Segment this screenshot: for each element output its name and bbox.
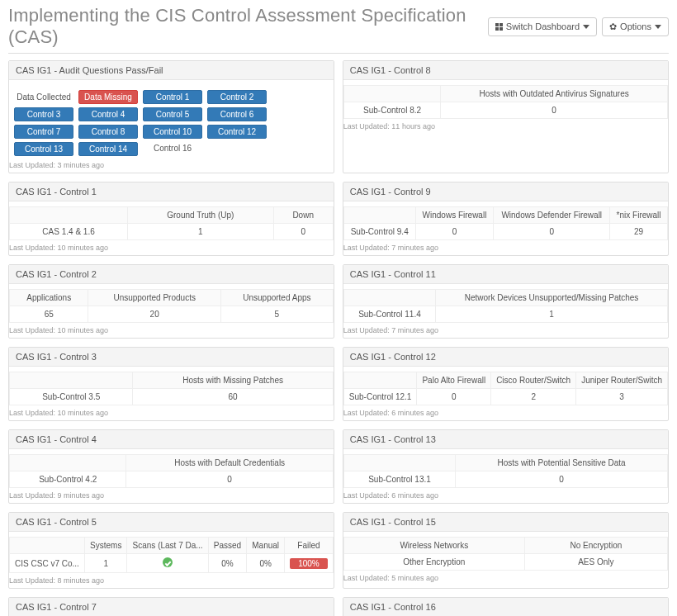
table-row: Other EncryptionAES Only xyxy=(343,554,667,571)
data-table: Palo Alto FirewallCisco Router/SwitchJun… xyxy=(343,372,668,405)
chip[interactable]: Control 10 xyxy=(143,125,202,139)
chip[interactable]: Control 12 xyxy=(207,125,267,139)
data-cell: 0 xyxy=(494,224,610,240)
panel-footer: Last Updated: 11 hours ago xyxy=(343,119,668,134)
dashboard-grid-icon xyxy=(495,23,503,31)
chip[interactable]: Control 14 xyxy=(78,142,138,156)
column-header: Windows Defender Firewall xyxy=(494,207,610,224)
dashboard-grid: CAS IG1 - Audit Questions Pass/FailData … xyxy=(8,60,669,616)
data-cell: 2 xyxy=(491,389,576,405)
chip[interactable]: Control 8 xyxy=(78,125,138,139)
chip[interactable]: Control 3 xyxy=(14,107,73,121)
panel-body: ApplicationsUnsupported ProductsUnsuppor… xyxy=(9,284,334,323)
data-table: SystemsScans (Last 7 Da...PassedManualFa… xyxy=(9,537,334,573)
data-cell: 65 xyxy=(10,306,88,323)
panel-c9: CAS IG1 - Control 9Windows FirewallWindo… xyxy=(343,182,669,256)
column-header: Ground Truth (Up) xyxy=(128,207,273,224)
panel-footer: Last Updated: 7 minutes ago xyxy=(343,323,668,338)
column-header xyxy=(343,86,440,102)
panel-header: CAS IG1 - Control 5 xyxy=(9,513,334,532)
data-cell: 0 xyxy=(456,471,668,488)
data-cell: 0 xyxy=(273,224,333,240)
panel-body: SystemsScans (Last 7 Da...PassedManualFa… xyxy=(9,532,334,573)
panel-header: CAS IG1 - Control 3 xyxy=(9,348,334,367)
chevron-down-icon xyxy=(655,25,661,29)
data-table: Hosts with Missing PatchesSub-Control 3.… xyxy=(9,372,334,405)
panel-footer: Last Updated: 10 minutes ago xyxy=(9,405,334,420)
panel-c5: CAS IG1 - Control 5SystemsScans (Last 7 … xyxy=(8,512,334,589)
column-header xyxy=(343,372,417,389)
chip[interactable]: Control 1 xyxy=(143,90,202,104)
panel-header: CAS IG1 - Control 7 xyxy=(9,598,334,616)
panel-header: CAS IG1 - Control 9 xyxy=(343,182,668,201)
data-cell: 3 xyxy=(576,389,668,405)
page-title: Implementing the CIS Control Assessment … xyxy=(8,5,488,48)
switch-dashboard-button[interactable]: Switch Dashboard xyxy=(488,17,597,36)
table-row: Sub-Control 13.10 xyxy=(343,471,667,488)
data-table: Hosts with Default CredentialsSub-Contro… xyxy=(9,454,334,488)
data-cell: 0 xyxy=(441,102,668,119)
column-header: Systems xyxy=(85,538,127,554)
panel-c2: CAS IG1 - Control 2ApplicationsUnsupport… xyxy=(8,264,334,339)
panel-header: CAS IG1 - Control 12 xyxy=(343,348,668,367)
panel-c11: CAS IG1 - Control 11Network Devices Unsu… xyxy=(343,264,669,339)
chip[interactable]: Control 4 xyxy=(78,107,138,121)
failed-pill: 100% xyxy=(290,558,328,569)
panel-header: CAS IG1 - Control 8 xyxy=(343,61,668,80)
chip[interactable]: Control 2 xyxy=(207,90,267,104)
panel-header: CAS IG1 - Control 11 xyxy=(343,265,668,284)
data-cell: 0 xyxy=(126,471,333,488)
column-header: Failed xyxy=(285,538,334,554)
panel-footer: Last Updated: 10 minutes ago xyxy=(9,240,334,255)
panel-footer: Last Updated: 6 minutes ago xyxy=(343,488,668,503)
column-header xyxy=(343,290,435,306)
data-table: Hosts with Outdated Antivirus Signatures… xyxy=(343,85,668,119)
data-table: Ground Truth (Up)DownCAS 1.4 & 1.610 xyxy=(9,206,334,240)
chip[interactable]: Control 5 xyxy=(143,107,202,121)
panel-footer: Last Updated: 8 minutes ago xyxy=(9,573,334,588)
chip[interactable]: Control 7 xyxy=(14,125,73,139)
panel-c3: CAS IG1 - Control 3Hosts with Missing Pa… xyxy=(8,347,334,421)
panel-header: CAS IG1 - Control 2 xyxy=(9,265,334,284)
options-button[interactable]: ✿ Options xyxy=(602,17,669,36)
panel-c4: CAS IG1 - Control 4Hosts with Default Cr… xyxy=(8,429,334,504)
column-header: Wireless Networks xyxy=(343,538,524,554)
data-cell: 60 xyxy=(133,389,333,405)
panel-header: CAS IG1 - Control 15 xyxy=(343,513,668,532)
panel-body: Hosts with Default CredentialsSub-Contro… xyxy=(9,449,334,488)
panel-c1: CAS IG1 - Control 1Ground Truth (Up)Down… xyxy=(8,182,334,256)
chip[interactable]: Data Missing xyxy=(78,90,138,104)
switch-dashboard-label: Switch Dashboard xyxy=(506,21,580,31)
column-header xyxy=(343,455,455,471)
chip: Data Collected xyxy=(14,90,73,104)
column-header: Hosts with Potential Sensitive Data xyxy=(456,455,668,471)
panel-footer: Last Updated: 9 minutes ago xyxy=(9,488,334,503)
panel-header: CAS IG1 - Audit Questions Pass/Fail xyxy=(9,61,334,80)
row-header-cell: Sub-Control 8.2 xyxy=(343,102,440,119)
column-header xyxy=(10,455,126,471)
data-cell: 1 xyxy=(436,306,668,323)
chip[interactable]: Control 6 xyxy=(207,107,267,121)
row-header-cell: Sub-Control 4.2 xyxy=(10,471,126,488)
panel-footer: Last Updated: 7 minutes ago xyxy=(343,240,668,255)
data-cell: Other Encryption xyxy=(343,554,524,571)
table-row: 65205 xyxy=(10,306,334,323)
table-row: CAS 1.4 & 1.610 xyxy=(10,224,334,240)
table-row: CIS CSC v7 Co...10%0%100% xyxy=(10,554,334,573)
gear-icon: ✿ xyxy=(609,21,617,32)
column-header: Palo Alto Firewall xyxy=(417,372,491,389)
data-cell: 100% xyxy=(285,554,334,573)
data-table: Hosts with Potential Sensitive DataSub-C… xyxy=(343,454,668,488)
column-header xyxy=(343,207,415,224)
data-table: Wireless NetworksNo EncryptionOther Encr… xyxy=(343,537,668,571)
data-cell: 1 xyxy=(85,554,127,573)
panel-body: Data CollectedData MissingControl 1Contr… xyxy=(9,80,334,158)
chevron-down-icon xyxy=(583,25,589,29)
data-cell: 0% xyxy=(208,554,246,573)
chip[interactable]: Control 13 xyxy=(14,142,73,156)
column-header: Cisco Router/Switch xyxy=(491,372,576,389)
panel-c16: CAS IG1 - Control 16Host CountVulnerabil… xyxy=(343,597,669,616)
data-cell: 0% xyxy=(247,554,285,573)
column-header xyxy=(10,538,85,554)
row-header-cell: Sub-Control 12.1 xyxy=(343,389,417,405)
